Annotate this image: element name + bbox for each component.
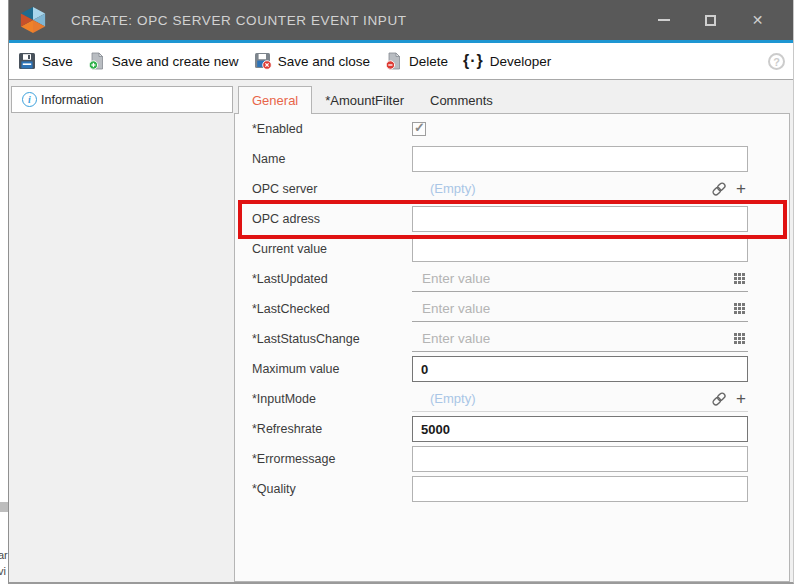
- field-label-opc-server: OPC server: [252, 182, 412, 196]
- toolbar: Save Save and create new Save and close: [9, 43, 793, 80]
- developer-button[interactable]: {·} Developer: [463, 52, 551, 70]
- lookup-empty-value: (Empty): [430, 181, 711, 196]
- field-label-quality: *Quality: [252, 482, 412, 496]
- field-control-opc-server: (Empty)+: [412, 174, 748, 204]
- save-create-new-icon: [88, 52, 106, 70]
- form-row-maximum-value: Maximum value: [252, 354, 748, 384]
- placeholder-text: Enter value: [422, 271, 734, 286]
- field-label-laststatuschange: *LastStatusChange: [252, 332, 412, 346]
- add-icon[interactable]: +: [736, 390, 746, 407]
- form-row-enabled: *Enabled✓: [252, 114, 748, 144]
- field-control-inputmode: (Empty)+: [412, 384, 748, 414]
- field-label-opc-adress: OPC adress: [252, 212, 412, 226]
- tab-comments[interactable]: Comments: [417, 86, 506, 114]
- field-control-laststatuschange: Enter value: [412, 324, 748, 354]
- save-button[interactable]: Save: [18, 52, 73, 70]
- opc-server-lookup-field[interactable]: (Empty)+: [412, 176, 748, 202]
- minimize-icon: [658, 19, 670, 21]
- save-and-close-button[interactable]: Save and close: [254, 52, 370, 70]
- field-control-enabled: ✓: [412, 114, 748, 144]
- field-control-quality: [412, 474, 748, 504]
- placeholder-text: Enter value: [422, 301, 734, 316]
- laststatuschange-datetime-field[interactable]: Enter value: [412, 326, 748, 352]
- form-row-current-value: Current value: [252, 234, 748, 264]
- lastchecked-datetime-field[interactable]: Enter value: [412, 296, 748, 322]
- app-logo-icon: [16, 5, 50, 35]
- form-row-laststatuschange: *LastStatusChangeEnter value: [252, 324, 748, 354]
- field-label-enabled: *Enabled: [252, 122, 412, 136]
- field-control-name: [412, 144, 748, 174]
- save-button-label: Save: [42, 54, 73, 69]
- link-icon[interactable]: [711, 181, 727, 197]
- placeholder-text: Enter value: [422, 331, 734, 346]
- field-label-inputmode: *InputMode: [252, 392, 412, 406]
- field-control-current-value: [412, 234, 748, 264]
- minimize-button[interactable]: [640, 0, 687, 40]
- delete-button[interactable]: Delete: [385, 52, 448, 70]
- name-input[interactable]: [412, 146, 748, 172]
- grid-picker-icon[interactable]: [734, 273, 745, 284]
- enabled-checkbox[interactable]: ✓: [412, 122, 426, 136]
- delete-icon: [385, 52, 403, 70]
- refreshrate-input[interactable]: [412, 416, 748, 442]
- save-and-close-label: Save and close: [278, 54, 370, 69]
- information-label: Information: [41, 93, 104, 107]
- grid-picker-icon[interactable]: [734, 333, 745, 344]
- field-label-maximum-value: Maximum value: [252, 362, 412, 376]
- save-floppy-icon: [18, 52, 36, 70]
- tab-amountfilter[interactable]: *AmountFilter: [312, 86, 417, 114]
- quality-input[interactable]: [412, 476, 748, 502]
- checkmark-icon: ✓: [414, 120, 425, 135]
- form-row-errormessage: *Errormessage: [252, 444, 748, 474]
- field-control-errormessage: [412, 444, 748, 474]
- field-label-lastupdated: *LastUpdated: [252, 272, 412, 286]
- maximize-icon: [705, 15, 716, 26]
- field-control-lastchecked: Enter value: [412, 294, 748, 324]
- add-icon[interactable]: +: [736, 180, 746, 197]
- help-icon[interactable]: ?: [768, 53, 785, 70]
- developer-button-label: Developer: [490, 54, 552, 69]
- background-text-fragment: vi: [0, 565, 6, 577]
- lastupdated-datetime-field[interactable]: Enter value: [412, 266, 748, 292]
- field-control-opc-adress: [412, 204, 748, 234]
- form-row-opc-server: OPC server(Empty)+: [252, 174, 748, 204]
- form-row-refreshrate: *Refreshrate: [252, 414, 748, 444]
- field-control-maximum-value: [412, 354, 748, 384]
- current-value-input[interactable]: [412, 236, 748, 262]
- errormessage-input[interactable]: [412, 446, 748, 472]
- field-label-refreshrate: *Refreshrate: [252, 422, 412, 436]
- save-close-icon: [254, 52, 272, 70]
- opc-adress-input[interactable]: [412, 206, 748, 232]
- field-label-errormessage: *Errormessage: [252, 452, 412, 466]
- field-label-current-value: Current value: [252, 242, 412, 256]
- form-row-lastupdated: *LastUpdatedEnter value: [252, 264, 748, 294]
- window-controls: ✕: [640, 0, 781, 40]
- field-label-lastchecked: *LastChecked: [252, 302, 412, 316]
- save-and-create-new-button[interactable]: Save and create new: [88, 52, 239, 70]
- form-row-lastchecked: *LastCheckedEnter value: [252, 294, 748, 324]
- window-title: CREATE: OPC SERVER COUNTER EVENT INPUT: [71, 13, 407, 28]
- form-row-opc-adress: OPC adress: [252, 204, 748, 234]
- info-icon: i: [22, 92, 37, 107]
- create-opc-counter-dialog: CREATE: OPC SERVER COUNTER EVENT INPUT ✕…: [8, 0, 794, 584]
- form-row-inputmode: *InputMode(Empty)+: [252, 384, 748, 414]
- form-row-name: Name: [252, 144, 748, 174]
- tab-bar: General*AmountFilterComments: [238, 86, 506, 114]
- title-bar: CREATE: OPC SERVER COUNTER EVENT INPUT ✕: [9, 0, 793, 40]
- form-row-quality: *Quality: [252, 474, 748, 504]
- sidebar-information-header[interactable]: i Information: [11, 86, 233, 113]
- maximum-value-input[interactable]: [412, 356, 748, 382]
- tab-general[interactable]: General: [238, 86, 312, 114]
- field-control-lastupdated: Enter value: [412, 264, 748, 294]
- close-icon: ✕: [752, 13, 764, 27]
- maximize-button[interactable]: [687, 0, 734, 40]
- link-icon[interactable]: [711, 391, 727, 407]
- grid-picker-icon[interactable]: [734, 303, 745, 314]
- field-control-refreshrate: [412, 414, 748, 444]
- developer-braces-icon: {·}: [463, 52, 484, 70]
- background-text-fragment: ar: [0, 549, 8, 561]
- close-button[interactable]: ✕: [734, 0, 781, 40]
- lookup-empty-value: (Empty): [430, 391, 711, 406]
- inputmode-lookup-field[interactable]: (Empty)+: [412, 386, 748, 412]
- field-label-name: Name: [252, 152, 412, 166]
